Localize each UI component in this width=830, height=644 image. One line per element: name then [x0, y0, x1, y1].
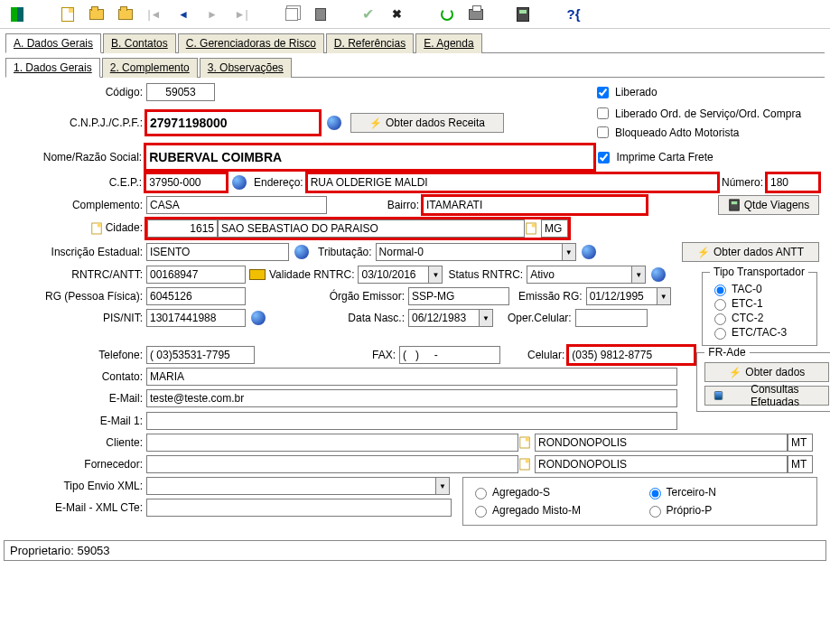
tab-referencias[interactable]: D. Referências [326, 33, 414, 53]
label-emissao-rg: Emissão RG: [518, 290, 586, 303]
cep-field[interactable] [145, 173, 227, 191]
print-icon[interactable] [468, 6, 484, 23]
radio-ctc[interactable]: CTC-2 [710, 311, 798, 325]
next-icon[interactable]: ► [204, 6, 220, 23]
obter-dados-button[interactable]: ⚡Obter dados [704, 362, 829, 382]
radio-agregado-misto[interactable]: Agregado Misto-M [471, 503, 625, 518]
globe-trib-icon[interactable] [582, 245, 596, 259]
label-rg: RG (Pessoa Física): [11, 290, 146, 303]
subtab-complemento[interactable]: 2. Complemento [102, 58, 198, 78]
label-pis: PIS/NIT: [11, 312, 146, 324]
globe-icon[interactable] [327, 116, 341, 130]
label-oper-celular: Oper.Celular: [508, 312, 575, 324]
label-cidade: Cidade: [11, 221, 146, 236]
globe-pis-icon[interactable] [251, 311, 266, 325]
refresh-icon[interactable] [439, 6, 455, 23]
copy-icon[interactable] [284, 6, 300, 23]
nome-field[interactable] [145, 145, 594, 170]
complemento-field[interactable] [146, 196, 327, 214]
label-cnpj: C.N.P.J./C.P.F.: [11, 117, 146, 129]
telefone-field[interactable] [146, 346, 255, 364]
last-icon[interactable]: ►| [233, 6, 249, 23]
liberado-checkbox[interactable]: Liberado [593, 84, 819, 101]
email1-field[interactable] [146, 412, 677, 430]
bairro-field[interactable] [423, 196, 647, 214]
cliente-cod-field[interactable] [146, 434, 518, 452]
oper-celular-field[interactable] [575, 309, 648, 327]
email-field[interactable] [146, 389, 677, 407]
endereco-field[interactable] [307, 173, 718, 191]
folder-up-icon[interactable] [117, 6, 134, 23]
qtde-viagens-button[interactable]: Qtde Viagens [718, 195, 819, 215]
cnpj-field[interactable] [146, 111, 320, 135]
tab-agenda[interactable]: E. Agenda [415, 33, 481, 53]
liberado-ord-checkbox[interactable]: Liberado Ord. de Serviço/Ord. Compra [593, 105, 819, 122]
cancel-icon[interactable]: ✖ [388, 6, 405, 23]
cliente-nome-field [535, 434, 788, 452]
cidade-uf-field[interactable] [541, 219, 568, 238]
bloqueado-checkbox[interactable]: Bloqueado Adto Motorista [593, 124, 819, 141]
numero-field[interactable] [767, 173, 819, 191]
codigo-field[interactable] [146, 83, 215, 101]
status-rntrc-select[interactable]: ▼ [527, 266, 646, 284]
fornecedor-lookup-icon[interactable] [519, 459, 529, 471]
cliente-lookup-icon[interactable] [519, 437, 529, 449]
radio-etctac[interactable]: ETC/TAC-3 [710, 325, 798, 340]
subtab-dados-gerais[interactable]: 1. Dados Gerais [5, 58, 100, 78]
tipo-envio-select[interactable]: ▼ [146, 477, 450, 495]
calculator-icon[interactable] [515, 6, 531, 23]
celular-field[interactable] [568, 346, 695, 364]
prev-icon[interactable]: ◄ [175, 6, 191, 23]
globe-insc-icon[interactable] [294, 245, 309, 259]
globe-cep-icon[interactable] [232, 175, 247, 190]
fax-field[interactable] [399, 346, 500, 364]
form-area: Código: Liberado C.N.P.J./C.P.F.: ⚡Obter… [5, 78, 825, 537]
obter-receita-button[interactable]: ⚡Obter dados Receita [350, 113, 504, 133]
imprime-checkbox[interactable]: Imprime Carta Frete [594, 149, 713, 166]
tab-gerenciadoras[interactable]: C. Gerenciadoras de Risco [178, 33, 324, 53]
radio-etc[interactable]: ETC-1 [710, 296, 798, 311]
contato-field[interactable] [146, 368, 677, 386]
label-tipo-envio: Tipo Envio XML: [11, 480, 146, 492]
inscricao-field[interactable] [146, 243, 289, 261]
radio-proprio[interactable]: Próprio-P [645, 503, 799, 518]
rntrc-field[interactable] [146, 266, 246, 284]
label-status-rntrc: Status RNTRC: [448, 268, 527, 281]
cidade-lookup-icon[interactable] [526, 223, 536, 235]
radio-terceiro[interactable]: Terceiro-N [645, 485, 799, 499]
pis-field[interactable] [146, 309, 246, 327]
label-complemento: Complemento: [11, 199, 146, 211]
data-nasc-field[interactable]: ▼ [408, 309, 493, 327]
radio-tac[interactable]: TAC-0 [710, 282, 798, 296]
cliente-uf-field [788, 434, 813, 452]
tipo-transportador-group: Tipo Transportador TAC-0 ETC-1 CTC-2 ETC… [702, 266, 817, 346]
cidade-cod-field[interactable] [147, 219, 218, 238]
emissao-rg-field[interactable]: ▼ [586, 287, 671, 305]
fornecedor-cod-field[interactable] [146, 455, 518, 473]
truck-icon[interactable] [249, 269, 266, 280]
obter-antt-button[interactable]: ⚡Obter dados ANTT [682, 242, 819, 262]
new-icon[interactable] [60, 6, 76, 23]
tab-contatos[interactable]: B. Contatos [103, 33, 176, 53]
exit-icon[interactable] [9, 6, 25, 23]
tributacao-select[interactable]: ▼ [376, 243, 576, 261]
dropdown-arrow-icon: ▼ [562, 243, 576, 261]
open-icon[interactable] [89, 6, 105, 23]
help-icon[interactable]: ?{ [565, 6, 582, 23]
label-email1: E-Mail 1: [11, 415, 146, 427]
tab-dados-gerais[interactable]: A. Dados Gerais [5, 33, 101, 53]
frade-legend: FR-Ade [704, 346, 749, 359]
rg-field[interactable] [146, 287, 246, 305]
radio-agregado[interactable]: Agregado-S [471, 485, 625, 499]
first-icon[interactable]: |◄ [146, 6, 163, 23]
consultas-button[interactable]: Consultas Efetuadas [704, 386, 829, 406]
cidade-nome-field[interactable] [218, 219, 525, 238]
trash-icon[interactable] [312, 6, 329, 23]
email-xml-field[interactable] [146, 499, 452, 517]
globe-rntrc-icon[interactable] [651, 267, 666, 282]
validade-field[interactable]: ▼ [358, 266, 443, 284]
label-inscricao: Inscrição Estadual: [11, 246, 146, 258]
orgao-field[interactable] [408, 287, 509, 305]
subtab-observacoes[interactable]: 3. Observações [200, 58, 292, 78]
confirm-icon[interactable]: ✔ [359, 6, 376, 23]
